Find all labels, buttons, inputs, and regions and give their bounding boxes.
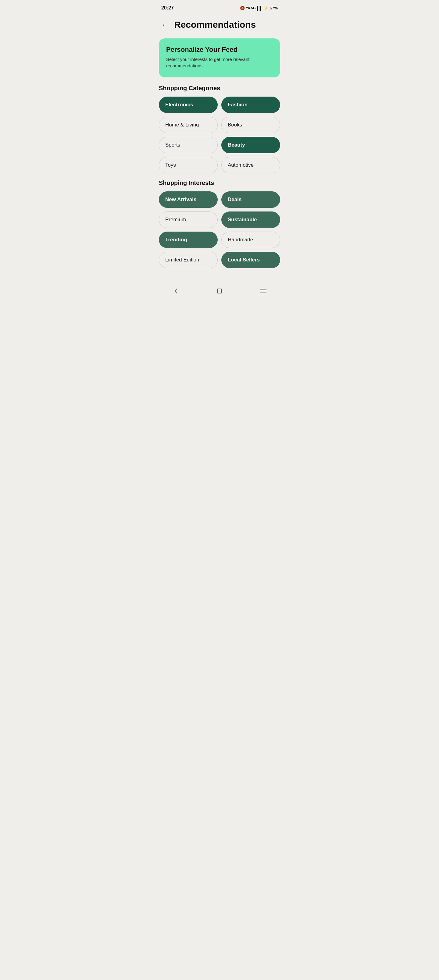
category-chip-automotive[interactable]: Automotive xyxy=(221,157,280,173)
network-yo-icon: Yo xyxy=(246,6,250,10)
interest-chip-deals[interactable]: Deals xyxy=(221,191,280,208)
shopping-interests-section: Shopping Interests New ArrivalsDealsPrem… xyxy=(154,180,285,274)
shopping-categories-grid: ElectronicsFashionHome & LivingBooksSpor… xyxy=(159,97,280,173)
nav-home-button[interactable] xyxy=(210,285,229,297)
svg-rect-0 xyxy=(217,289,222,293)
back-button[interactable]: ← xyxy=(160,19,169,30)
network-5g-icon: 5G xyxy=(251,6,256,10)
category-chip-fashion[interactable]: Fashion xyxy=(221,97,280,113)
category-chip-books[interactable]: Books xyxy=(221,117,280,133)
interest-chip-sustainable[interactable]: Sustainable xyxy=(221,212,280,228)
battery-level: 67% xyxy=(270,6,278,10)
interest-chip-trending[interactable]: Trending xyxy=(159,232,218,248)
nav-home-icon xyxy=(216,288,223,294)
shopping-interests-grid: New ArrivalsDealsPremiumSustainableTrend… xyxy=(159,191,280,268)
category-chip-electronics[interactable]: Electronics xyxy=(159,97,218,113)
shopping-categories-section: Shopping Categories ElectronicsFashionHo… xyxy=(154,85,285,180)
back-arrow-icon: ← xyxy=(161,21,168,29)
personalize-banner: Personalize Your Feed Select your intere… xyxy=(159,38,280,77)
status-icons: 🔕 Yo 5G ▌▌ ⚡ 67% xyxy=(240,6,278,10)
banner-title: Personalize Your Feed xyxy=(166,46,273,54)
shopping-interests-title: Shopping Interests xyxy=(159,180,280,186)
status-time: 20:27 xyxy=(161,5,174,11)
interest-chip-handmade[interactable]: Handmade xyxy=(221,232,280,248)
interest-chip-new-arrivals[interactable]: New Arrivals xyxy=(159,191,218,208)
interest-chip-limited-edition[interactable]: Limited Edition xyxy=(159,252,218,268)
nav-back-button[interactable] xyxy=(166,285,185,297)
battery-charging-icon: ⚡ xyxy=(264,6,268,10)
category-chip-sports[interactable]: Sports xyxy=(159,137,218,153)
page-title: Recommendations xyxy=(174,19,256,30)
nav-menu-button[interactable] xyxy=(254,286,273,296)
category-chip-toys[interactable]: Toys xyxy=(159,157,218,173)
category-chip-beauty[interactable]: Beauty xyxy=(221,137,280,153)
header: ← Recommendations xyxy=(154,14,285,36)
banner-subtitle: Select your interests to get more releva… xyxy=(166,56,273,69)
mute-icon: 🔕 xyxy=(240,6,245,10)
shopping-categories-title: Shopping Categories xyxy=(159,85,280,92)
interest-chip-premium[interactable]: Premium xyxy=(159,212,218,228)
nav-menu-icon xyxy=(260,289,267,293)
bottom-nav xyxy=(154,280,285,304)
signal-icon: ▌▌ xyxy=(257,6,262,10)
interest-chip-local-sellers[interactable]: Local Sellers xyxy=(221,252,280,268)
nav-back-icon xyxy=(172,288,179,294)
category-chip-home---living[interactable]: Home & Living xyxy=(159,117,218,133)
status-bar: 20:27 🔕 Yo 5G ▌▌ ⚡ 67% xyxy=(154,0,285,14)
